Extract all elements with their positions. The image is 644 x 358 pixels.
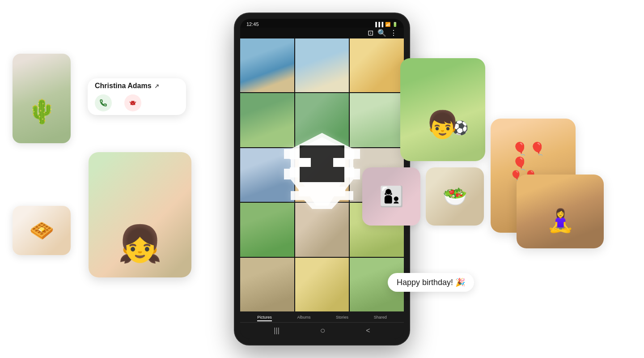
mother-child-image [362, 167, 420, 226]
more-options-icon[interactable]: ⋮ [390, 29, 398, 37]
cast-icon[interactable]: ⊡ [366, 29, 374, 37]
woman-scenic-image [517, 175, 604, 248]
cactus-photo-card [13, 54, 71, 143]
phone-accept-icon [99, 99, 107, 107]
photo-cell-6[interactable] [350, 93, 404, 147]
photo-cell-11[interactable] [295, 203, 349, 256]
search-icon[interactable]: 🔍 [378, 29, 386, 37]
wifi-icon: 📶 [385, 22, 390, 27]
photo-cell-8[interactable] [295, 148, 349, 202]
birthday-message-text: Happy birthday! 🎉 [397, 278, 465, 287]
photo-cell-13[interactable] [240, 258, 294, 311]
photo-cell-5[interactable] [295, 93, 349, 147]
accept-call-button[interactable] [95, 94, 112, 111]
signal-icon: ▐▐▐ [374, 22, 383, 27]
photo-cell-1[interactable] [240, 38, 294, 92]
tab-shared[interactable]: Shared [374, 315, 387, 321]
call-action-buttons [95, 94, 179, 111]
system-nav-bar: ||| ○ < [240, 323, 404, 337]
top-action-bar: ⊡ 🔍 ⋮ [240, 28, 404, 38]
food-photo-card [13, 206, 71, 255]
photo-cell-2[interactable] [295, 38, 349, 92]
girl-photo-card [89, 152, 191, 277]
back-button[interactable]: < [366, 327, 370, 335]
gallery-tabs: Pictures Albums Stories Shared [240, 313, 404, 323]
recent-apps-button[interactable]: ||| [274, 327, 279, 335]
dish-food-image [426, 167, 484, 226]
battery-icon: 🔋 [392, 22, 398, 27]
decline-call-button[interactable] [124, 94, 141, 111]
tab-pictures[interactable]: Pictures [257, 315, 272, 321]
birthday-message-bubble: Happy birthday! 🎉 [388, 273, 474, 292]
girl-image [89, 152, 191, 277]
phone-decline-icon [129, 99, 137, 107]
photo-cell-10[interactable] [240, 203, 294, 256]
external-link-icon: ↗ [154, 83, 159, 90]
status-icons: ▐▐▐ 📶 🔋 [374, 22, 398, 27]
home-button[interactable]: ○ [320, 325, 326, 336]
food-image [13, 206, 71, 255]
status-bar: 12:45 ▐▐▐ 📶 🔋 [240, 19, 404, 28]
photo-cell-7[interactable] [240, 148, 294, 202]
photo-cell-14[interactable] [295, 258, 349, 311]
child-soccer-image [400, 58, 485, 161]
tab-stories[interactable]: Stories [336, 315, 348, 321]
caller-name: Christina Adams ↗ [95, 82, 179, 90]
photo-cell-3[interactable] [350, 38, 404, 92]
photo-cell-4[interactable] [240, 93, 294, 147]
woman-scenic-card [517, 175, 604, 248]
dish-food-card [426, 167, 484, 226]
child-soccer-card [400, 58, 485, 161]
cactus-image [13, 54, 71, 143]
tablet-bottom-nav: Pictures Albums Stories Shared ||| ○ < [240, 311, 404, 339]
tab-albums[interactable]: Albums [297, 315, 310, 321]
incoming-call-card: Christina Adams ↗ [88, 78, 186, 115]
time-display: 12:45 [246, 21, 259, 27]
mother-child-card [362, 167, 420, 226]
